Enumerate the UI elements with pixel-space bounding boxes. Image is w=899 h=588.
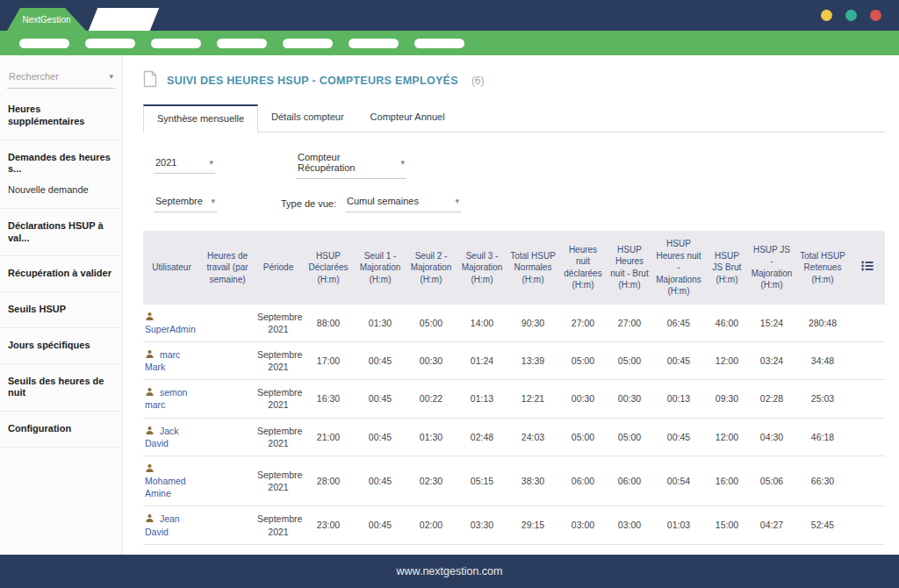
tab[interactable]: Détails compteur: [258, 104, 357, 133]
hours-per-week-cell: [200, 305, 255, 342]
view-type-label: Type de vue:: [281, 198, 336, 209]
sidebar-item[interactable]: Seuils des heures de nuit: [0, 371, 122, 405]
table-row: SuperAdminSeptembre 202188:0001:3005:001…: [143, 305, 885, 342]
window-control-dot[interactable]: [821, 10, 832, 21]
counter-type-select[interactable]: Compteur Récupération ▾: [296, 150, 406, 179]
sidebar-item[interactable]: Seuils HSUP: [0, 299, 122, 320]
column-header[interactable]: HSUP Heures nuit - Majorations (H:m): [651, 231, 706, 305]
footer-url[interactable]: www.nextgestion.com: [397, 565, 503, 577]
main-content: SUIVI DES HEURES HSUP - COMPTEURS EMPLOY…: [123, 55, 899, 555]
sidebar-item[interactable]: Configuration: [0, 419, 122, 440]
user-name-link[interactable]: SuperAdmin: [145, 324, 196, 334]
user-cell: semon marc: [143, 380, 200, 418]
nav-menu-pill[interactable]: [349, 39, 399, 48]
value-cell: 17:00: [302, 341, 355, 379]
user-cell: SuperAdmin: [143, 305, 200, 342]
brand-logo[interactable]: NextGestion: [7, 8, 86, 31]
table-row: semon marcSeptembre 202116:3000:4500:220…: [143, 380, 885, 418]
value-cell: 05:00: [558, 418, 608, 455]
value-cell: 25:03: [795, 380, 850, 418]
table-header-row: UtilisateurHeures de travail (par semain…: [143, 231, 885, 305]
sidebar-item[interactable]: Déclarations HSUP à val...: [0, 216, 122, 249]
user-cell: Jean David: [143, 506, 200, 544]
column-header[interactable]: HSUP JS - Majoration (H:m): [748, 231, 795, 305]
nav-menu-pill[interactable]: [19, 39, 69, 48]
column-header[interactable]: Période: [255, 231, 302, 305]
tab-bar: Synthèse mensuelleDétails compteurCompte…: [143, 104, 885, 133]
sidebar: Rechercher ▾ Heures supplémentairesDeman…: [0, 55, 123, 555]
value-cell: 05:06: [748, 455, 795, 506]
column-header-options: [850, 231, 885, 305]
value-cell: 01:03: [651, 506, 706, 544]
value-cell: 34:48: [795, 341, 850, 379]
window-control-dot[interactable]: [870, 10, 881, 21]
value-cell: 52:45: [795, 506, 850, 544]
column-header[interactable]: HSUP Heures nuit - Brut (H:m): [608, 231, 651, 305]
year-select[interactable]: 2021 ▾: [154, 155, 215, 174]
value-cell: 03:00: [608, 506, 651, 544]
chevron-down-icon: ▾: [455, 197, 459, 205]
user-cell: marc Mark: [143, 341, 200, 379]
value-cell: 01:30: [355, 305, 406, 342]
nav-menu-pill[interactable]: [217, 39, 267, 48]
value-cell: 02:28: [748, 380, 795, 418]
column-header[interactable]: Seuil 3 - Majoration (H:m): [457, 231, 507, 305]
sidebar-item[interactable]: Demandes des heures s...: [0, 147, 122, 181]
column-header[interactable]: HSUP JS Brut (H:m): [706, 231, 748, 305]
user-icon: [145, 312, 155, 321]
tab[interactable]: Compteur Annuel: [357, 104, 458, 133]
value-cell: 00:30: [406, 341, 457, 379]
column-header[interactable]: HSUP Déclarées (H:m): [302, 231, 355, 305]
value-cell: 00:45: [355, 380, 406, 418]
user-icon: [145, 513, 155, 523]
sidebar-item[interactable]: Heures supplémentaires: [0, 99, 122, 133]
page-title: SUIVI DES HEURES HSUP - COMPTEURS EMPLOY…: [167, 75, 458, 87]
value-cell: 15:24: [748, 305, 795, 342]
hours-per-week-cell: [200, 341, 255, 379]
value-cell: 88:00: [302, 305, 355, 342]
value-cell: 16:30: [302, 380, 355, 418]
filters: 2021 ▾ Compteur Récupération ▾ Septembre…: [143, 133, 885, 231]
value-cell: 00:45: [355, 418, 406, 455]
value-cell: 00:13: [651, 380, 706, 418]
sidebar-item[interactable]: Récupération à valider: [0, 263, 122, 284]
chevron-down-icon: ▾: [400, 158, 405, 167]
value-cell: 06:45: [651, 305, 706, 342]
column-header[interactable]: Heures nuit déclarées (H:m): [558, 231, 608, 305]
row-options-cell: [850, 380, 885, 418]
column-header[interactable]: Heures de travail (par semaine): [200, 231, 255, 305]
nav-menu-pill[interactable]: [151, 39, 201, 48]
window-control-dot[interactable]: [845, 10, 857, 21]
row-options-cell: [850, 418, 885, 455]
user-name-link[interactable]: Mohamed Amine: [145, 476, 186, 498]
period-cell: Septembre 2021: [255, 305, 302, 342]
hours-per-week-cell: [200, 380, 255, 418]
nav-menu-pill[interactable]: [85, 39, 135, 48]
value-cell: 27:00: [608, 305, 651, 342]
nav-menu-pill[interactable]: [414, 39, 464, 48]
counter-type-value: Compteur Récupération: [298, 152, 393, 173]
month-select-value: Septembre: [155, 196, 203, 206]
sidebar-item[interactable]: Nouvelle demande: [0, 180, 122, 201]
hours-per-week-cell: [200, 418, 255, 455]
user-icon: [145, 387, 155, 397]
brand-decoration: [89, 8, 160, 31]
sidebar-item[interactable]: Jours spécifiques: [0, 335, 122, 356]
period-cell: Septembre 2021: [255, 380, 302, 418]
list-view-icon[interactable]: [861, 263, 874, 273]
month-select[interactable]: Septembre ▾: [154, 194, 217, 212]
tab[interactable]: Synthèse mensuelle: [143, 104, 258, 133]
column-header[interactable]: Seuil 2 - Majoration (H:m): [406, 231, 457, 305]
column-header[interactable]: Seuil 1 - Majoration (H:m): [355, 231, 406, 305]
column-header[interactable]: Utilisateur: [143, 231, 200, 305]
column-header[interactable]: Total HSUP Retenues (H:m): [795, 231, 850, 305]
view-type-select[interactable]: Cumul semaines ▾: [345, 194, 461, 212]
nav-menu-pill[interactable]: [283, 39, 333, 48]
search-input[interactable]: Rechercher ▾: [7, 68, 115, 89]
value-cell: 14:00: [457, 305, 507, 342]
search-placeholder: Rechercher: [9, 71, 59, 82]
hsup-table: UtilisateurHeures de travail (par semain…: [143, 231, 885, 545]
main-navbar: [0, 31, 899, 55]
value-cell: 00:45: [651, 341, 706, 379]
column-header[interactable]: Total HSUP Normales (H:m): [507, 231, 558, 305]
